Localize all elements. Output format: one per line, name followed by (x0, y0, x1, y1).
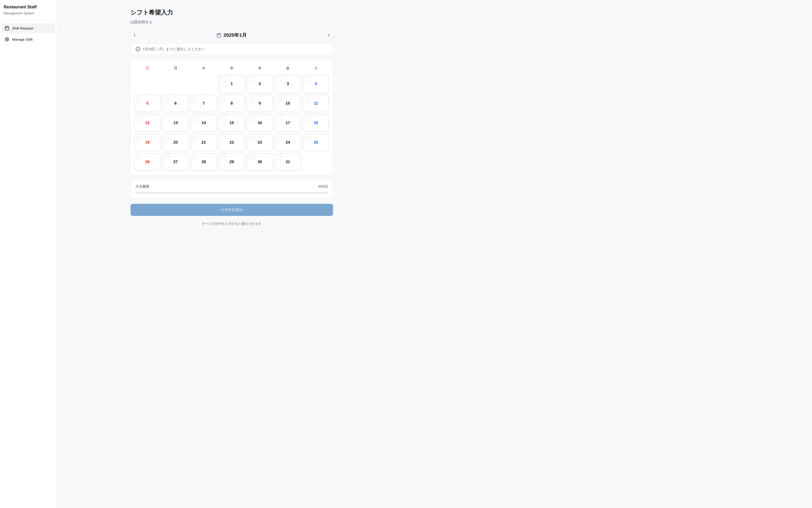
day-checkbox[interactable] (192, 116, 197, 121)
calendar-day-cell[interactable]: 24 (275, 134, 301, 151)
calendar-day-cell[interactable]: 5 (134, 95, 161, 112)
day-checkbox[interactable] (165, 97, 169, 101)
day-number: 22 (229, 140, 234, 145)
empty-day-cell (134, 75, 161, 93)
calendar-day-cell[interactable]: 26 (134, 153, 161, 171)
day-number: 17 (286, 121, 290, 125)
calendar-day-cell[interactable]: 3 (275, 75, 301, 93)
calendar-day-cell[interactable]: 16 (247, 114, 273, 132)
sidebar-nav: Shift Request Manage Shift (0, 21, 57, 46)
day-number: 18 (314, 121, 318, 125)
day-checkbox[interactable] (305, 97, 310, 101)
day-checkbox[interactable] (305, 77, 310, 82)
day-checkbox[interactable] (165, 136, 169, 140)
calendar-day-cell[interactable]: 12 (134, 114, 161, 132)
day-number: 11 (314, 101, 318, 106)
day-checkbox[interactable] (277, 97, 282, 101)
day-checkbox[interactable] (137, 136, 141, 140)
calendar-day-cell[interactable]: 20 (162, 134, 189, 151)
calendar-day-cell[interactable]: 17 (275, 114, 301, 132)
day-number: 31 (286, 160, 290, 164)
calendar-day-cell[interactable]: 28 (190, 153, 217, 171)
calendar-day-cell[interactable]: 27 (162, 153, 189, 171)
day-checkbox[interactable] (305, 116, 310, 121)
calendar-day-cell[interactable]: 31 (275, 153, 301, 171)
day-number: 26 (145, 160, 149, 164)
calendar-day-cell[interactable]: 21 (190, 134, 217, 151)
chevron-left-icon (133, 34, 136, 37)
calendar-card: 日月火水木金土 12345678910111213141516171819202… (131, 58, 333, 175)
calendar-day-cell[interactable]: 18 (303, 114, 329, 132)
sidebar-item-shift-request[interactable]: Shift Request (2, 23, 55, 33)
day-checkbox[interactable] (221, 77, 226, 82)
day-number: 30 (258, 160, 262, 164)
day-checkbox[interactable] (221, 97, 226, 101)
day-checkbox[interactable] (221, 155, 226, 160)
calendar-day-cell[interactable]: 1 (219, 75, 245, 93)
day-number: 14 (201, 121, 206, 125)
day-number: 29 (229, 160, 234, 164)
sidebar: Restaurant Staff Management System Shift… (0, 0, 57, 254)
day-number: 12 (145, 121, 149, 125)
calendar-day-cell[interactable]: 9 (247, 95, 273, 112)
calendar-day-cell[interactable]: 2 (247, 75, 273, 93)
day-checkbox[interactable] (165, 155, 169, 160)
day-checkbox[interactable] (137, 116, 141, 121)
day-checkbox[interactable] (192, 97, 197, 101)
calendar-day-cell[interactable]: 22 (219, 134, 245, 151)
day-number: 2 (259, 82, 261, 86)
day-number: 20 (173, 140, 178, 145)
day-checkbox[interactable] (249, 77, 254, 82)
month-navigation: 2025年1月 (131, 31, 333, 40)
calendar-icon (217, 33, 221, 38)
day-checkbox[interactable] (192, 155, 197, 160)
calendar-day-cell[interactable]: 4 (303, 75, 329, 93)
calendar-day-cell[interactable]: 8 (219, 95, 245, 112)
calendar-day-cell[interactable]: 30 (247, 153, 273, 171)
calendar-day-cell[interactable]: 15 (219, 114, 245, 132)
calendar-day-cell[interactable]: 25 (303, 134, 329, 151)
calendar-day-cell[interactable]: 6 (162, 95, 189, 112)
sidebar-item-label: Shift Request (12, 26, 33, 30)
day-number: 1 (231, 82, 233, 86)
calendar-day-cell[interactable]: 23 (247, 134, 273, 151)
user-name: 山田太郎さん (131, 20, 333, 25)
deadline-notice: 1月20日（月）までに提出してください (131, 43, 333, 55)
calendar-day-cell[interactable]: 14 (190, 114, 217, 132)
day-number: 10 (286, 101, 290, 106)
sidebar-item-manage-shift[interactable]: Manage Shift (2, 34, 55, 44)
submit-month-button[interactable]: 今月分を提出 (131, 204, 333, 216)
progress-label: 入力進捗 (135, 184, 149, 189)
day-checkbox[interactable] (192, 136, 197, 140)
day-checkbox[interactable] (277, 155, 282, 160)
day-checkbox[interactable] (137, 155, 141, 160)
day-checkbox[interactable] (221, 136, 226, 140)
day-number: 28 (201, 160, 206, 164)
calendar-day-cell[interactable]: 13 (162, 114, 189, 132)
sidebar-item-label: Manage Shift (12, 37, 33, 41)
main-area: シフト希望入力 山田太郎さん 2025年1月 (57, 0, 406, 254)
next-month-button[interactable] (325, 31, 333, 40)
day-checkbox[interactable] (249, 155, 254, 160)
day-checkbox[interactable] (305, 136, 310, 140)
day-checkbox[interactable] (277, 116, 282, 121)
day-checkbox[interactable] (249, 97, 254, 101)
day-number: 7 (202, 101, 205, 106)
empty-day-cell (190, 75, 217, 93)
calendar-day-cell[interactable]: 11 (303, 95, 329, 112)
day-checkbox[interactable] (137, 97, 141, 101)
day-checkbox[interactable] (249, 136, 254, 140)
app-title: Restaurant Staff (4, 5, 53, 9)
calendar-day-cell[interactable]: 29 (219, 153, 245, 171)
deadline-notice-text: 1月20日（月）までに提出してください (143, 47, 205, 51)
day-checkbox[interactable] (249, 116, 254, 121)
day-number: 5 (146, 101, 148, 106)
calendar-day-cell[interactable]: 19 (134, 134, 161, 151)
calendar-day-cell[interactable]: 7 (190, 95, 217, 112)
day-checkbox[interactable] (277, 77, 282, 82)
prev-month-button[interactable] (131, 31, 139, 40)
day-checkbox[interactable] (165, 116, 169, 121)
day-checkbox[interactable] (277, 136, 282, 140)
day-checkbox[interactable] (221, 116, 226, 121)
calendar-day-cell[interactable]: 10 (275, 95, 301, 112)
